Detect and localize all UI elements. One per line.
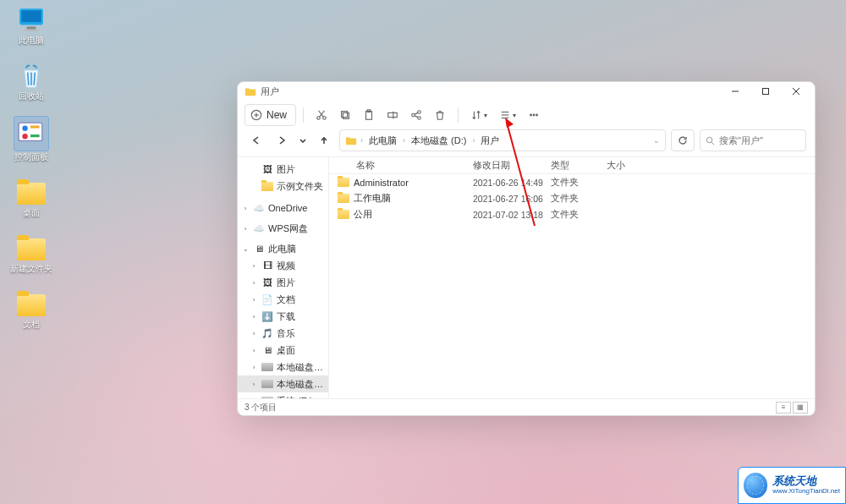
svg-point-26 — [412, 113, 415, 117]
folder-icon — [17, 178, 46, 206]
copy-button[interactable] — [334, 104, 356, 126]
sort-button[interactable]: ▾ — [465, 104, 492, 126]
chevron-right-icon: › — [472, 136, 475, 145]
pictures-icon: 🖼 — [261, 163, 273, 175]
close-button[interactable] — [781, 82, 811, 101]
table-row[interactable]: 工作电脑 2021-06-27 16:06 文件夹 — [329, 190, 815, 206]
rename-button[interactable] — [382, 104, 404, 126]
desktop-icon-folder-new[interactable]: 新建文件夹 — [5, 233, 58, 274]
column-size[interactable]: 大小 — [607, 159, 649, 172]
desktop-icon-recycle-bin[interactable]: 回收站 — [5, 61, 58, 101]
svg-point-38 — [536, 114, 538, 116]
sidebar-item-downloads[interactable]: ›⬇️下载 — [238, 308, 328, 325]
drive-icon — [261, 395, 273, 398]
back-button[interactable] — [246, 130, 266, 151]
window-title: 用户 — [261, 85, 279, 98]
cut-button[interactable] — [310, 104, 332, 126]
plus-circle-icon — [250, 109, 262, 121]
watermark: 系统天地 www.XiTongTianDi.net — [738, 467, 846, 504]
window-titlebar[interactable]: 用户 — [238, 82, 815, 101]
details-view-button[interactable]: ≡ — [776, 402, 791, 414]
svg-rect-24 — [388, 112, 398, 117]
maximize-button[interactable] — [750, 82, 781, 101]
column-date[interactable]: 修改日期 — [473, 159, 551, 172]
cloud-icon: ☁️ — [253, 222, 265, 234]
sidebar-item-onedrive[interactable]: ›☁️OneDrive — [238, 200, 328, 216]
ellipsis-icon — [528, 109, 540, 121]
search-box[interactable] — [700, 129, 806, 151]
file-pane: 名称 修改日期 类型 大小 Administrator 2021-06-26 1… — [329, 157, 815, 398]
table-row[interactable]: 公用 2021-07-02 13:18 文件夹 — [329, 206, 815, 222]
sidebar-item-drive-d[interactable]: ›本地磁盘 (D:) — [238, 375, 328, 392]
new-button[interactable]: New — [244, 104, 296, 126]
folder-icon — [261, 180, 273, 192]
svg-point-27 — [418, 111, 421, 114]
sidebar-item-drive-e[interactable]: ›系统 (E:) — [238, 392, 328, 398]
desktop-icon-control-panel[interactable]: 控制面板 — [5, 117, 58, 162]
sidebar-item-wps[interactable]: ›☁️WPS网盘 — [238, 220, 328, 237]
paste-button[interactable] — [358, 104, 380, 126]
desktop-icon-folder-desktop[interactable]: 桌面 — [5, 178, 58, 218]
sidebar-item-samples[interactable]: 示例文件夹 — [238, 178, 328, 194]
breadcrumb-this-pc[interactable]: 此电脑 — [366, 133, 399, 149]
table-row[interactable]: Administrator 2021-06-26 14:49 文件夹 — [329, 174, 815, 190]
view-button[interactable]: ▾ — [494, 104, 521, 126]
view-toggles: ≡ ▦ — [776, 402, 808, 414]
up-button[interactable] — [314, 130, 334, 151]
desktop-icon-label: 此电脑 — [19, 36, 44, 46]
recent-button[interactable] — [297, 130, 309, 151]
file-list[interactable]: Administrator 2021-06-26 14:49 文件夹 工作电脑 … — [329, 174, 815, 398]
sidebar-item-drive-c[interactable]: ›本地磁盘 (C:) — [238, 359, 328, 375]
sidebar-item-documents[interactable]: ›📄文档 — [238, 291, 328, 308]
sidebar-item-videos[interactable]: ›🎞视频 — [238, 257, 328, 274]
delete-icon — [434, 109, 446, 121]
column-name[interactable]: 名称 — [338, 159, 473, 172]
minimize-button[interactable] — [720, 82, 750, 101]
refresh-button[interactable] — [671, 129, 695, 151]
sidebar-item-music[interactable]: ›🎵音乐 — [238, 325, 328, 342]
sidebar-item-desktop[interactable]: ›🖥桌面 — [238, 342, 328, 359]
cut-icon — [316, 109, 327, 121]
desktop-icon-folder-documents[interactable]: 文档 — [5, 289, 58, 330]
svg-rect-21 — [343, 112, 349, 118]
up-icon — [319, 135, 329, 145]
sidebar-item-pictures2[interactable]: ›🖼图片 — [238, 274, 328, 291]
column-headers[interactable]: 名称 修改日期 类型 大小 — [329, 157, 815, 174]
documents-icon: 📄 — [261, 293, 273, 305]
svg-rect-3 — [25, 30, 39, 31]
search-input[interactable] — [719, 135, 795, 145]
globe-icon — [744, 473, 767, 498]
desktop-icons: 此电脑 回收站 控制面板 桌面 新建文件夹 文档 — [5, 5, 58, 330]
sidebar-item-this-pc[interactable]: ⌄🖥此电脑 — [238, 240, 328, 257]
toolbar-separator — [303, 107, 304, 123]
breadcrumb[interactable]: › 此电脑 › 本地磁盘 (D:) › 用户 ⌄ — [339, 129, 666, 151]
svg-rect-22 — [366, 112, 372, 120]
downloads-icon: ⬇️ — [261, 310, 273, 322]
column-type[interactable]: 类型 — [551, 159, 607, 172]
watermark-url: www.XiTongTianDi.net — [772, 488, 840, 496]
svg-point-37 — [533, 114, 535, 116]
this-pc-icon: 🖥 — [253, 243, 265, 255]
desktop-icon: 🖥 — [261, 344, 273, 356]
file-type: 文件夹 — [551, 192, 607, 205]
more-button[interactable] — [523, 104, 545, 126]
sidebar-item-pictures[interactable]: 🖼图片 — [238, 161, 328, 178]
chevron-down-icon[interactable]: ⌄ — [653, 136, 660, 145]
thumbnails-view-button[interactable]: ▦ — [793, 402, 808, 414]
share-button[interactable] — [405, 104, 427, 126]
navigation-pane[interactable]: 🖼图片 示例文件夹 ›☁️OneDrive ›☁️WPS网盘 ⌄🖥此电脑 ›🎞视… — [238, 157, 329, 398]
cloud-icon: ☁️ — [253, 202, 265, 214]
desktop-icon-label: 控制面板 — [14, 152, 48, 162]
svg-line-29 — [415, 112, 418, 114]
back-icon — [251, 135, 261, 145]
delete-button[interactable] — [429, 104, 451, 126]
svg-rect-8 — [30, 134, 40, 137]
desktop-icon-this-pc[interactable]: 此电脑 — [5, 5, 58, 46]
breadcrumb-folder[interactable]: 用户 — [478, 133, 502, 149]
watermark-title: 系统天地 — [772, 475, 840, 487]
forward-button[interactable] — [272, 130, 292, 151]
breadcrumb-drive[interactable]: 本地磁盘 (D:) — [409, 133, 469, 149]
copy-icon — [339, 109, 351, 121]
desktop-icon-label: 新建文件夹 — [10, 264, 52, 274]
desktop-icon-label: 文档 — [23, 320, 40, 330]
